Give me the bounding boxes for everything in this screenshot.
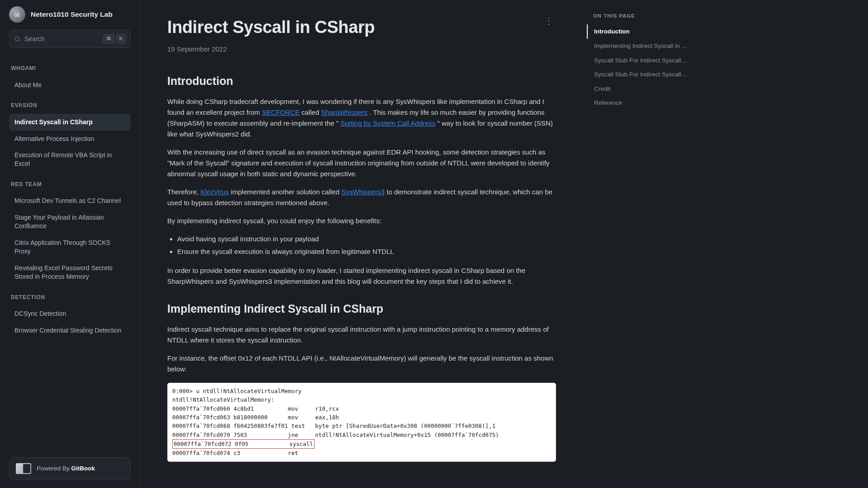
link-syswhispers3[interactable]: SysWhispers3 <box>341 188 385 196</box>
paragraph: Therefore, KlezVirus implemented another… <box>167 187 556 208</box>
sidebar-section-label: RED TEAM <box>11 180 129 189</box>
svg-point-0 <box>15 37 19 41</box>
heading-implementing: Implementing Indirect Syscall in CSharp <box>167 300 556 318</box>
svg-line-1 <box>19 40 20 42</box>
link-secforce[interactable]: SECFORCE <box>262 108 299 116</box>
sidebar-item[interactable]: DCSync Detection <box>9 305 131 322</box>
sidebar-section-label: WHOAMI <box>11 64 129 73</box>
gitbook-icon <box>16 463 31 474</box>
page-actions-button[interactable]: ⋮ <box>542 14 556 28</box>
benefits-list: Avoid having syscall instruction in your… <box>177 234 556 257</box>
powered-by-text: Powered By GitBook <box>37 464 95 474</box>
page-title: Indirect Syscall in CSharp <box>167 14 375 41</box>
paragraph: For instance, the offset 0x12 of each NT… <box>167 353 556 375</box>
powered-by[interactable]: Powered By GitBook <box>9 457 131 480</box>
heading-introduction: Introduction <box>167 72 556 90</box>
sidebar-section-label: EVASION <box>11 101 129 110</box>
toc-item[interactable]: Implementing Indirect Syscall in … <box>587 39 688 53</box>
sidebar-section-label: DETECTION <box>11 293 129 302</box>
sidebar-item[interactable]: Indirect Syscall in CSharp <box>9 114 131 131</box>
toc-item[interactable]: Introduction <box>587 24 688 39</box>
link-sorting[interactable]: Sorting by System Call Address <box>340 119 435 127</box>
search-icon <box>14 36 21 42</box>
toc: ON THIS PAGE IntroductionImplementing In… <box>583 0 696 488</box>
sidebar-nav: WHOAMIAbout MeEVASIONIndirect Syscall in… <box>5 56 134 453</box>
main: Indirect Syscall in CSharp ⋮ 19 Septembe… <box>140 0 868 488</box>
list-item: Avoid having syscall instruction in your… <box>177 234 556 244</box>
link-klezvirus[interactable]: KlezVirus <box>200 188 229 196</box>
paragraph: With the increasing use of direct syscal… <box>167 147 556 179</box>
sidebar-item[interactable]: Browser Credential Stealing Detection <box>9 322 131 339</box>
paragraph: Indirect syscall technique aims to repla… <box>167 324 556 346</box>
sidebar-item[interactable]: Microsoft Dev Tunnels as C2 Channel <box>9 192 131 209</box>
paragraph: By implementing indirect syscall, you co… <box>167 216 556 226</box>
article: Indirect Syscall in CSharp ⋮ 19 Septembe… <box>140 0 583 488</box>
search-shortcut: ⌘ K <box>103 34 126 44</box>
list-item: Ensure the syscall execution is always o… <box>177 246 556 257</box>
toc-item[interactable]: Credit <box>587 82 688 96</box>
sidebar-item[interactable]: Revealing Excel Password Secrets Stored … <box>9 260 131 285</box>
paragraph: While doing CSharp tradecraft developmen… <box>167 96 556 140</box>
toc-item[interactable]: Reference <box>587 96 688 110</box>
toc-item[interactable]: Syscall Stub For Indirect Syscall i… <box>587 53 688 68</box>
brand-logo-icon: ☠ <box>9 6 25 23</box>
kbd-cmd: ⌘ <box>103 34 114 44</box>
paragraph: In order to provide better evasion capab… <box>167 265 556 287</box>
kbd-k: K <box>116 34 126 44</box>
link-sharpwhispers[interactable]: SharpWhispers <box>321 108 368 116</box>
sidebar-item[interactable]: Citrix Application Through SOCKS Proxy <box>9 235 131 260</box>
sidebar-item[interactable]: About Me <box>9 77 131 94</box>
search-placeholder: Search <box>24 34 103 44</box>
sidebar-item[interactable]: Execution of Remote VBA Script in Excel <box>9 147 131 172</box>
page-date: 19 September 2022 <box>167 44 556 55</box>
search-input[interactable]: Search ⌘ K <box>9 30 131 48</box>
sidebar-item[interactable]: Stage Your Payload in Atlassian Confluen… <box>9 209 131 235</box>
sidebar-item[interactable]: Alternative Process Injection <box>9 131 131 147</box>
disassembly-figure: 0:000> u ntdll!NtAllocateVirtualMemory n… <box>167 383 556 462</box>
brand-title: Netero1010 Security Lab <box>31 9 113 20</box>
sidebar: ☠ Netero1010 Security Lab Search ⌘ K WHO… <box>0 0 140 488</box>
toc-label: ON THIS PAGE <box>593 12 688 20</box>
toc-item[interactable]: Syscall Stub For Indirect Syscall i… <box>587 67 688 82</box>
brand[interactable]: ☠ Netero1010 Security Lab <box>5 0 134 27</box>
